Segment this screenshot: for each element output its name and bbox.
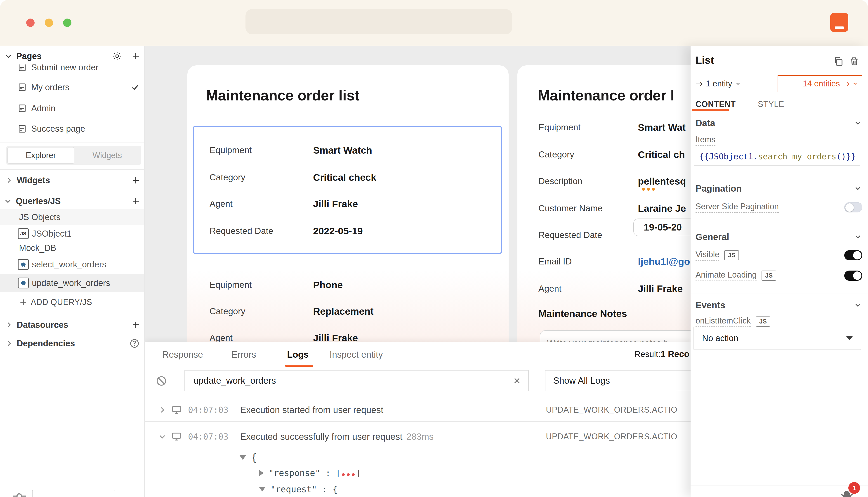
- tab-inspect-entity[interactable]: Inspect entity: [329, 348, 383, 361]
- detail-field: Agent Jilli Frake: [539, 280, 683, 298]
- help-icon[interactable]: [129, 338, 140, 349]
- action-select[interactable]: No action: [693, 327, 861, 350]
- sidebar-item-select-work-orders[interactable]: select_work_orders: [0, 256, 145, 273]
- chevron-right-icon[interactable]: [5, 177, 13, 184]
- section-general[interactable]: General: [691, 230, 868, 244]
- js-toggle-badge[interactable]: JS: [756, 316, 770, 327]
- section-data[interactable]: Data: [691, 116, 868, 130]
- js-toggle-badge[interactable]: JS: [724, 250, 739, 260]
- app-window: Maintenance order list Equipment Smart W…: [0, 0, 868, 497]
- server-side-pagination-toggle[interactable]: [844, 202, 862, 212]
- add-query-js-button[interactable]: ADD QUERY/JS: [0, 294, 145, 310]
- datasources-section-header[interactable]: Datasources: [0, 317, 145, 333]
- clear-logs-icon[interactable]: [156, 375, 167, 387]
- detail-widget-card[interactable]: Maintenance order l Equipment Smart Wat …: [517, 66, 691, 359]
- log-filter-input[interactable]: [193, 375, 512, 386]
- field-value: Smart Watch: [313, 145, 372, 156]
- add-datasource-icon[interactable]: [131, 320, 141, 330]
- json-root-row[interactable]: {: [240, 452, 257, 463]
- server-side-pagination-label[interactable]: Server Side Pagination: [695, 202, 779, 213]
- email-link[interactable]: ljehu1l@go: [638, 256, 690, 267]
- animate-loading-property-label[interactable]: Animate Loading: [695, 270, 756, 281]
- tab-style[interactable]: STYLE: [758, 100, 784, 109]
- log-message: Executed successfully from user request: [240, 431, 402, 442]
- delete-widget-icon[interactable]: [849, 56, 859, 67]
- sidebar-page-success-page[interactable]: Success page: [0, 120, 145, 137]
- tab-response[interactable]: Response: [162, 348, 203, 361]
- log-source[interactable]: UPDATE_WORK_ORDERS.ACTIO: [546, 405, 677, 415]
- app-logo-icon[interactable]: [830, 13, 848, 32]
- chevron-down-icon[interactable]: [158, 432, 166, 441]
- maintenance-notes-heading: Maintenance Notes: [539, 308, 627, 319]
- connect-git-button[interactable]: CONNECT GIT (BETA): [32, 490, 115, 497]
- chevron-right-icon[interactable]: [5, 340, 13, 347]
- postgres-icon: [18, 278, 29, 288]
- queries-section-header[interactable]: Queries/JS: [0, 193, 145, 209]
- collapse-triangle-icon[interactable]: [259, 487, 265, 492]
- detail-field: Email ID ljehu1l@go: [539, 253, 690, 271]
- sidebar-page-my-orders[interactable]: My orders: [0, 79, 145, 96]
- widgets-section-header[interactable]: Widgets: [0, 172, 145, 188]
- log-scope-select[interactable]: Show All Logs: [545, 370, 691, 391]
- collapse-triangle-icon[interactable]: [240, 455, 246, 460]
- chevron-down-icon[interactable]: [854, 184, 862, 193]
- detail-field: Equipment Smart Wat: [539, 118, 686, 137]
- js-objects-group[interactable]: JS Objects: [0, 209, 145, 225]
- add-page-icon[interactable]: [131, 51, 141, 61]
- json-indent-guide: [246, 465, 246, 497]
- minimize-window-button[interactable]: [45, 18, 53, 27]
- section-pagination[interactable]: Pagination: [691, 182, 868, 196]
- visible-property-label[interactable]: Visible: [695, 250, 719, 260]
- chevron-down-icon[interactable]: [4, 197, 12, 205]
- tab-logs[interactable]: Logs: [287, 348, 309, 361]
- animate-loading-toggle[interactable]: [844, 271, 862, 281]
- widget-name[interactable]: List: [695, 54, 714, 66]
- json-request-row[interactable]: "request" : {: [259, 484, 338, 494]
- list-item-field: Agent Jilli Frake: [209, 195, 358, 213]
- requested-date-input[interactable]: 19-05-20: [633, 218, 691, 236]
- log-duration: 283ms: [407, 431, 433, 442]
- items-property-label[interactable]: Items: [695, 135, 716, 146]
- chevron-right-icon[interactable]: [158, 406, 166, 414]
- switch-explorer[interactable]: Explorer: [8, 147, 74, 164]
- section-events[interactable]: Events: [691, 298, 868, 312]
- maximize-window-button[interactable]: [63, 18, 71, 27]
- copy-widget-icon[interactable]: [833, 56, 844, 67]
- pages-section-header[interactable]: Pages: [0, 48, 145, 65]
- switch-widgets[interactable]: Widgets: [74, 147, 141, 164]
- page-settings-gear-icon[interactable]: [112, 51, 122, 61]
- visible-toggle[interactable]: [844, 250, 862, 260]
- on-list-item-click-label[interactable]: onListItemClick: [695, 316, 751, 327]
- chevron-down-icon[interactable]: [854, 301, 862, 309]
- tab-errors[interactable]: Errors: [232, 348, 256, 361]
- sidebar-item-update-work-orders[interactable]: update_work_orders: [0, 274, 145, 292]
- chevron-down-icon[interactable]: [854, 119, 862, 127]
- log-row[interactable]: 04:07:03 Execution started from user req…: [145, 399, 691, 421]
- js-toggle-badge[interactable]: JS: [762, 271, 776, 281]
- items-code-input[interactable]: {{JSObject1.search_my_orders()}}: [694, 147, 860, 166]
- log-source[interactable]: UPDATE_WORK_ORDERS.ACTIO: [546, 432, 677, 441]
- tab-content[interactable]: CONTENT: [695, 100, 736, 109]
- chevron-right-icon[interactable]: [5, 321, 13, 328]
- description-ellipsis-dots[interactable]: [642, 187, 657, 191]
- chevron-down-icon[interactable]: [4, 52, 12, 60]
- explorer-widgets-switch: Explorer Widgets: [6, 146, 141, 165]
- list-widget-card[interactable]: Maintenance order list Equipment Smart W…: [187, 66, 509, 359]
- active-tab-indicator: [285, 365, 313, 367]
- add-query-icon[interactable]: [131, 196, 141, 206]
- sidebar-item-jsobject1[interactable]: JS JSObject1: [0, 226, 145, 242]
- mock-db-group[interactable]: Mock_DB: [0, 240, 145, 256]
- dependencies-section-header[interactable]: Dependencies: [0, 335, 145, 352]
- sidebar-page-admin[interactable]: Admin: [0, 100, 145, 116]
- log-row[interactable]: 04:07:03 Executed successfully from user…: [145, 426, 691, 448]
- entity-count-button[interactable]: 14 entities →: [778, 75, 862, 92]
- expand-triangle-icon[interactable]: [259, 470, 264, 476]
- json-response-row[interactable]: "response" : []: [259, 468, 361, 478]
- window-titlebar: [0, 0, 868, 46]
- add-widget-icon[interactable]: [131, 175, 141, 185]
- entity-explorer-sidebar: Pages Submit new order My orders: [0, 46, 145, 497]
- close-window-button[interactable]: [26, 18, 34, 27]
- clear-filter-icon[interactable]: [512, 376, 521, 385]
- chevron-down-icon[interactable]: [854, 233, 862, 241]
- address-bar[interactable]: [246, 9, 512, 34]
